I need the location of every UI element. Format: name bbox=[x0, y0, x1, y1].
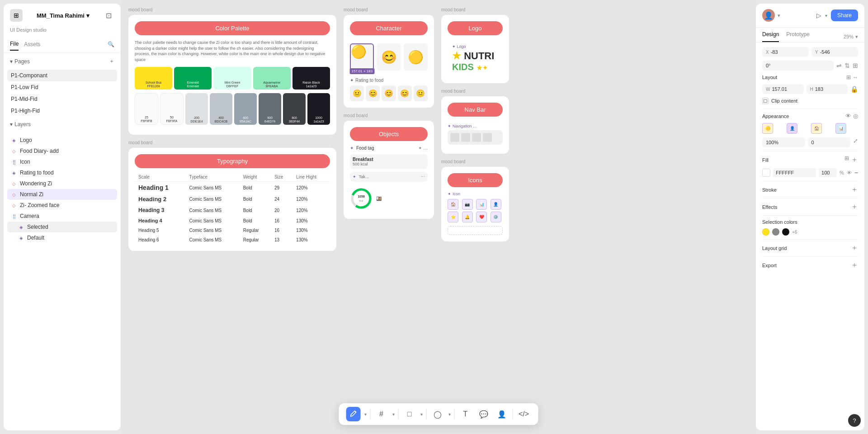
x-input-group[interactable]: X -83 bbox=[762, 47, 809, 57]
lock-ratio-icon[interactable]: 🔒 bbox=[850, 85, 858, 93]
swatch-50: 50F8F9FA bbox=[160, 93, 184, 125]
page-item-componant[interactable]: P1-Componant bbox=[7, 70, 117, 81]
workspace-name[interactable]: MM_Tima Rahimi ▾ bbox=[37, 12, 90, 19]
h-input-group[interactable]: H 183 bbox=[807, 84, 848, 94]
logo-board: mood board Logo ✦ Logo ★ NUTRI KIDS ★✦ bbox=[441, 7, 509, 83]
x-label: X bbox=[766, 50, 769, 55]
canvas[interactable]: mood board Color Palette The color palet… bbox=[121, 0, 756, 434]
food-char-4: 😊 bbox=[398, 85, 412, 101]
play-button[interactable]: ▷ bbox=[816, 12, 821, 19]
tool-pen-dropdown[interactable]: ▾ bbox=[364, 412, 367, 417]
play-dropdown[interactable]: ▾ bbox=[825, 13, 827, 18]
page-item-midfid[interactable]: P1-Mid-Fid bbox=[7, 93, 117, 105]
more-colors-count[interactable]: +6 bbox=[792, 230, 797, 235]
sel-color-gray[interactable] bbox=[772, 228, 779, 236]
page-item-lowfid[interactable]: P1-Low Fid bbox=[7, 81, 117, 93]
table-row: Heading 1 Comic Sans MS Bold 29 120% bbox=[135, 182, 330, 194]
opacity-icon[interactable]: ◎ bbox=[853, 113, 858, 119]
tool-frame[interactable]: # bbox=[374, 407, 389, 421]
more-icon[interactable]: ✦ … bbox=[418, 146, 428, 151]
tool-pen[interactable] bbox=[346, 407, 361, 421]
tool-people[interactable]: 👤 bbox=[495, 407, 509, 421]
pages-header[interactable]: ▾ Pages ＋ bbox=[10, 57, 114, 65]
layers-header[interactable]: ▾ Layers bbox=[10, 121, 114, 127]
w-input-group[interactable]: W 157.01 bbox=[762, 84, 804, 94]
rotation-input[interactable]: 0° bbox=[762, 61, 834, 71]
sel-color-black[interactable] bbox=[782, 228, 789, 236]
canvas-content: mood board Color Palette The color palet… bbox=[121, 0, 756, 434]
expand-icon[interactable]: ⤢ bbox=[853, 137, 858, 147]
add-page-button[interactable]: ＋ bbox=[109, 57, 114, 65]
layout-icon-1[interactable]: ⊞ bbox=[846, 74, 851, 80]
search-button[interactable]: 🔍 bbox=[108, 41, 114, 47]
layer-wondering-zi[interactable]: ◇ Wondering Zi bbox=[7, 178, 117, 189]
layer-icon[interactable]: ⣿ Icon bbox=[7, 156, 117, 167]
add-effect-button[interactable]: ＋ bbox=[851, 202, 858, 212]
tab-assets[interactable]: Assets bbox=[24, 38, 40, 50]
layer-logo[interactable]: ◈ Logo bbox=[7, 135, 117, 146]
flip-v-icon[interactable]: ⇅ bbox=[844, 62, 850, 69]
sel-color-yellow[interactable] bbox=[762, 228, 769, 236]
zoom-control[interactable]: 29% ▾ bbox=[844, 31, 858, 42]
page-item-highfid[interactable]: P1-High-Fid bbox=[7, 105, 117, 117]
tool-vector[interactable]: ◯ bbox=[430, 407, 445, 421]
tab-file[interactable]: File bbox=[10, 38, 19, 51]
tool-frame-dropdown[interactable]: ▾ bbox=[392, 412, 395, 417]
app-logo[interactable]: ⊞ bbox=[10, 9, 23, 22]
logo-title: Logo bbox=[448, 21, 503, 35]
eye-icon[interactable]: 👁 bbox=[845, 113, 851, 119]
fill-color-value[interactable]: FFFFFF bbox=[773, 168, 816, 177]
svg-text:kcal: kcal bbox=[359, 199, 363, 202]
align-icon[interactable]: ⊞ bbox=[853, 62, 858, 69]
tool-code[interactable]: </> bbox=[517, 407, 531, 421]
share-button[interactable]: Share bbox=[831, 9, 858, 21]
app-icon-1: 🟡 bbox=[762, 123, 773, 134]
icon-cell-4: 👤 bbox=[491, 199, 501, 210]
tool-rect[interactable]: □ bbox=[402, 407, 417, 421]
fill-eye-icon[interactable]: 👁 bbox=[847, 170, 852, 175]
swatch-25: 25F9F9FB bbox=[135, 93, 158, 125]
tak-more[interactable]: ⋯ bbox=[421, 175, 425, 179]
tab-design[interactable]: Design bbox=[762, 31, 779, 42]
column-1: mood board Color Palette The color palet… bbox=[128, 7, 336, 251]
remove-fill-button[interactable]: − bbox=[854, 169, 858, 176]
layers-section-header: ▾ Layers bbox=[4, 117, 121, 132]
clip-checkbox[interactable]: □ bbox=[762, 98, 769, 104]
y-input-group[interactable]: Y -546 bbox=[811, 47, 858, 57]
component-icon-3: ◈ bbox=[18, 224, 24, 230]
layout-icon-2[interactable]: ↔ bbox=[853, 74, 858, 80]
tool-sep-4 bbox=[454, 409, 455, 420]
color-palette-card: Color Palette The color palette needs to… bbox=[128, 15, 336, 135]
flip-h-icon[interactable]: ⇌ bbox=[836, 62, 842, 69]
w-value: 157.01 bbox=[772, 86, 787, 92]
fill-grid-icon[interactable]: ⊞ bbox=[844, 155, 849, 165]
fill-color-preview[interactable] bbox=[762, 169, 770, 177]
tool-comment[interactable]: 💬 bbox=[476, 407, 491, 421]
layer-rating-to-food[interactable]: ◈ Rating to food bbox=[7, 167, 117, 178]
navbar-title: Nav Bar bbox=[448, 103, 503, 117]
add-grid-button[interactable]: ＋ bbox=[851, 243, 858, 253]
tool-rect-dropdown[interactable]: ▾ bbox=[420, 412, 423, 417]
avatar-dropdown[interactable]: ▾ bbox=[778, 13, 780, 19]
tool-text[interactable]: T bbox=[458, 407, 473, 421]
layer-zi-zoomed[interactable]: ◇ Zi- Zoomed face bbox=[7, 200, 117, 211]
opacity-input[interactable]: 100% bbox=[762, 137, 805, 147]
fill-opacity-value[interactable]: 100 bbox=[819, 168, 837, 177]
tool-sep-2 bbox=[398, 409, 399, 420]
user-avatar[interactable]: 👤 bbox=[762, 9, 775, 22]
layer-selected[interactable]: ◈ Selected bbox=[7, 222, 117, 232]
objects-title: Objects bbox=[350, 127, 428, 141]
add-fill-button[interactable]: ＋ bbox=[851, 155, 858, 165]
col-weight: Weight bbox=[240, 173, 271, 182]
layer-default[interactable]: ◈ Default bbox=[7, 232, 117, 243]
layer-camera[interactable]: ⣿ Camera bbox=[7, 211, 117, 222]
add-stroke-button[interactable]: ＋ bbox=[851, 185, 858, 194]
layout-toggle[interactable]: ⊡ bbox=[104, 10, 114, 21]
layer-food-diary[interactable]: ◇ Food Diary- add bbox=[7, 146, 117, 156]
corner-input[interactable]: 0 bbox=[808, 137, 851, 147]
help-button[interactable]: ? bbox=[848, 414, 861, 427]
tool-vector-dropdown[interactable]: ▾ bbox=[448, 412, 451, 417]
add-export-button[interactable]: ＋ bbox=[851, 260, 858, 270]
tab-prototype[interactable]: Prototype bbox=[786, 31, 809, 42]
layer-normal-zi[interactable]: ◇ Normal Zi bbox=[7, 189, 117, 200]
